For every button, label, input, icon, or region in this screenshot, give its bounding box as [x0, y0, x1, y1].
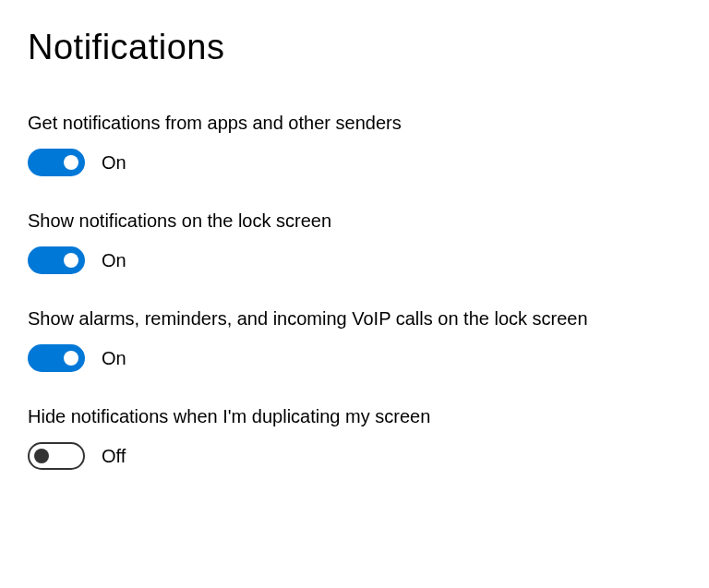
- setting-alarms-lock-screen: Show alarms, reminders, and incoming VoI…: [28, 306, 681, 372]
- toggle-lock-screen-notifications[interactable]: [28, 246, 85, 274]
- setting-get-notifications: Get notifications from apps and other se…: [28, 110, 681, 176]
- setting-label: Get notifications from apps and other se…: [28, 110, 619, 136]
- toggle-hide-duplicating[interactable]: [28, 442, 85, 470]
- page-title: Notifications: [28, 28, 681, 67]
- toggle-thumb: [64, 351, 78, 366]
- setting-hide-duplicating: Hide notifications when I'm duplicating …: [28, 403, 681, 470]
- setting-label: Show notifications on the lock screen: [28, 208, 619, 234]
- toggle-status: On: [102, 250, 126, 271]
- toggle-status: On: [102, 348, 126, 369]
- toggle-status: Off: [102, 446, 126, 467]
- setting-label: Hide notifications when I'm duplicating …: [28, 403, 619, 429]
- setting-lock-screen-notifications: Show notifications on the lock screen On: [28, 208, 681, 274]
- toggle-thumb: [64, 155, 78, 170]
- toggle-row: On: [28, 344, 681, 372]
- setting-label: Show alarms, reminders, and incoming VoI…: [28, 306, 619, 331]
- toggle-row: Off: [28, 442, 681, 470]
- toggle-row: On: [28, 149, 681, 176]
- toggle-thumb: [34, 449, 49, 463]
- toggle-alarms-lock-screen[interactable]: [28, 344, 85, 372]
- toggle-get-notifications[interactable]: [28, 149, 85, 176]
- toggle-row: On: [28, 246, 681, 274]
- toggle-status: On: [102, 152, 126, 174]
- toggle-thumb: [64, 253, 78, 268]
